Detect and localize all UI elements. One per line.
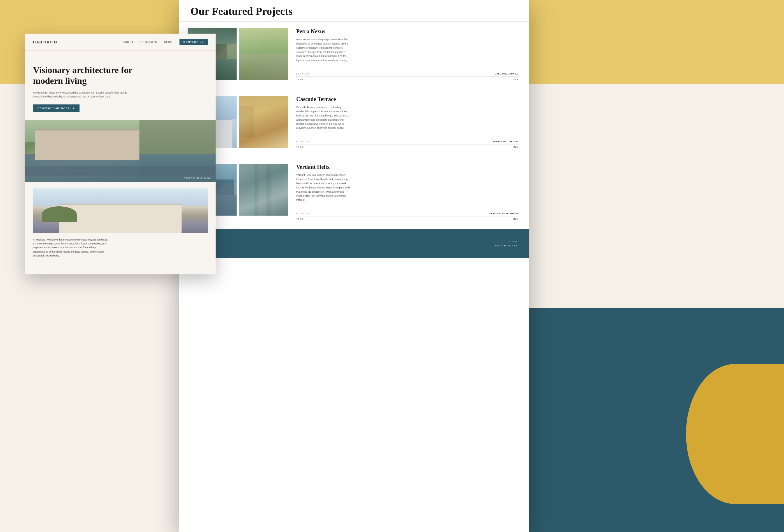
projects-panel-title: Our Featured Projects [190, 5, 518, 17]
verdant-img-2 [239, 164, 288, 216]
verdant-name: Verdant Helix [296, 164, 518, 170]
verdant-meta: LOCATION SEATTLE, WASHINGTON YEAR 2022 [296, 208, 518, 222]
cascade-location-value: PORTLAND, OREGON [493, 141, 518, 142]
petra-desc: Petra Nexus is a cutting-edge research f… [296, 37, 352, 62]
cascade-year-label: YEAR [296, 146, 303, 148]
petra-year-value: 2024 [512, 78, 518, 80]
nav-about[interactable]: ABOUT [123, 40, 134, 44]
petra-name: Petra Nexus [296, 28, 518, 35]
scene: Our Featured Projects [0, 0, 784, 532]
petra-year-row: YEAR 2024 [296, 77, 518, 82]
bottom-section: CIVIL INSTITUTIONAL [179, 229, 529, 258]
bottom-tags: CIVIL INSTITUTIONAL [494, 240, 518, 247]
nav-links: ABOUT PROJECTS BLOG CONTACT US [123, 39, 208, 45]
project-row-cascade: Cascade Terrace Cascade Terrace is a mod… [188, 89, 521, 157]
browse-work-label: BROWSE OUR WORK [37, 107, 70, 110]
petra-year-label: YEAR [296, 78, 303, 80]
hero-title: Visionary architecture for modern living [33, 65, 139, 86]
site-logo: HABITATIO [33, 40, 57, 44]
nav-contact-button[interactable]: CONTACT US [179, 39, 208, 45]
hero-section: Visionary architecture for modern living… [25, 51, 216, 120]
hero-image-caption: VERDANT HELIX (2022) [184, 177, 212, 179]
about-section: At Habitatio, we believe that great arch… [25, 182, 216, 264]
cascade-location-label: LOCATION [296, 141, 310, 142]
cascade-year-value: 2020 [512, 146, 518, 148]
petra-meta: LOCATION CALGARY, CANADA YEAR 2024 [296, 68, 518, 82]
hero-image: VERDANT HELIX (2022) [25, 120, 216, 182]
bottom-tag-institutional: INSTITUTIONAL [494, 245, 518, 247]
cascade-year-row: YEAR 2020 [296, 144, 518, 150]
petra-info: Petra Nexus Petra Nexus is a cutting-edg… [293, 28, 521, 82]
verdant-info: Verdant Helix Verdant Helix is a modern … [293, 164, 521, 222]
project-row-verdant: Verdant Helix Verdant Helix is a modern … [188, 157, 521, 229]
hero-subtitle: We transform ideas into living, breathin… [33, 91, 134, 99]
browse-work-button[interactable]: BROWSE OUR WORK ↗ [33, 105, 80, 112]
projects-window: Our Featured Projects [179, 0, 529, 532]
cascade-location-row: LOCATION PORTLAND, OREGON [296, 139, 518, 144]
navbar: HABITATIO ABOUT PROJECTS BLOG CONTACT US [25, 34, 216, 51]
projects-header: Our Featured Projects [179, 0, 529, 22]
verdant-location-row: LOCATION SEATTLE, WASHINGTON [296, 211, 518, 217]
verdant-location-label: LOCATION [296, 213, 310, 215]
project-row-petra: Petra Nexus Petra Nexus is a cutting-edg… [188, 22, 521, 89]
projects-grid: Petra Nexus Petra Nexus is a cutting-edg… [179, 22, 529, 229]
cascade-info: Cascade Terrace Cascade Terrace is a mod… [293, 96, 521, 150]
petra-img-2 [239, 28, 288, 80]
petra-location-row: LOCATION CALGARY, CANADA [296, 71, 518, 77]
cascade-desc: Cascade Terrace is a modern multi-story … [296, 105, 352, 130]
nav-blog[interactable]: BLOG [164, 40, 173, 44]
main-window: HABITATIO ABOUT PROJECTS BLOG CONTACT US… [25, 34, 216, 274]
petra-location-value: CALGARY, CANADA [495, 73, 518, 75]
about-text: At Habitatio, we believe that great arch… [33, 238, 111, 258]
cascade-meta: LOCATION PORTLAND, OREGON YEAR 2020 [296, 136, 518, 150]
verdant-year-value: 2022 [512, 218, 518, 220]
cascade-name: Cascade Terrace [296, 96, 518, 103]
verdant-desc: Verdant Helix is a modern community cent… [296, 173, 352, 202]
bottom-tag-civil: CIVIL [510, 240, 518, 243]
verdant-year-label: YEAR [296, 218, 303, 220]
arrow-icon: ↗ [73, 107, 75, 110]
about-building-image [33, 189, 208, 233]
nav-projects[interactable]: PROJECTS [141, 40, 157, 44]
cascade-img-2 [239, 96, 288, 148]
petra-location-label: LOCATION [296, 73, 310, 75]
verdant-year-row: YEAR 2022 [296, 217, 518, 222]
verdant-location-value: SEATTLE, WASHINGTON [489, 213, 518, 215]
